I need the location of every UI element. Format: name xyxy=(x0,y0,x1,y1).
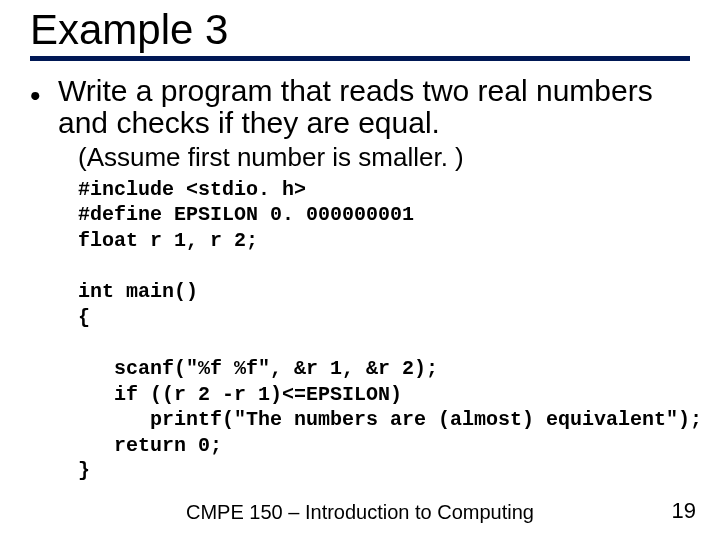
code-block: #include <stdio. h> #define EPSILON 0. 0… xyxy=(78,177,690,484)
bullet-dot-icon: • xyxy=(30,75,58,111)
bullet-item: • Write a program that reads two real nu… xyxy=(30,75,690,139)
footer-course: CMPE 150 – Introduction to Computing xyxy=(0,501,720,524)
assumption-text: (Assume first number is smaller. ) xyxy=(78,143,690,171)
page-number: 19 xyxy=(672,498,696,524)
bullet-text: Write a program that reads two real numb… xyxy=(58,75,690,139)
title-rule xyxy=(30,56,690,61)
slide: Example 3 • Write a program that reads t… xyxy=(0,0,720,540)
slide-title: Example 3 xyxy=(30,8,690,52)
